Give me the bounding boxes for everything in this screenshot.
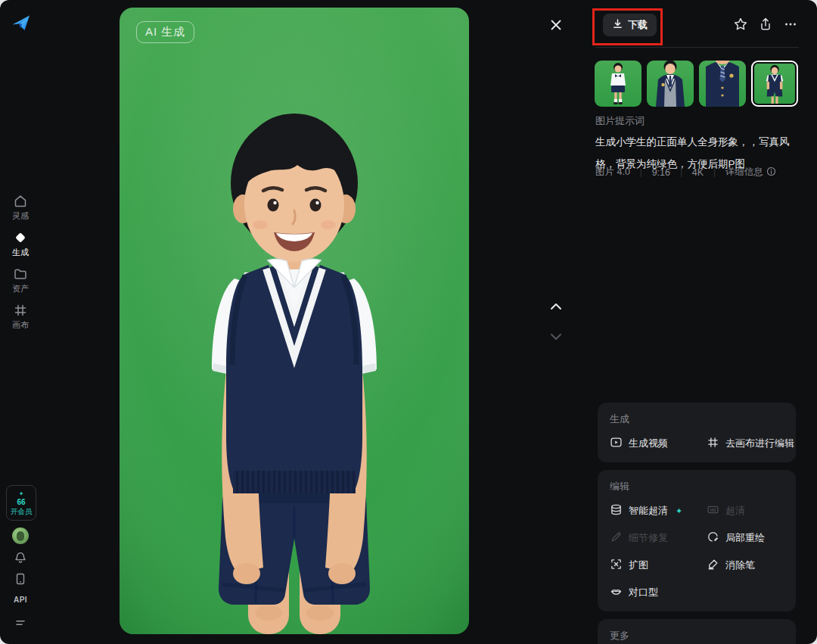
smart-upscale-button[interactable]: 智能超清 ✦	[610, 503, 701, 518]
prompt-label: 图片提示词	[595, 114, 645, 128]
inpaint-button[interactable]: 局部重绘	[707, 530, 784, 546]
video-icon	[610, 436, 623, 451]
more-options-icon[interactable]	[783, 17, 798, 32]
detail-fix-button[interactable]: 细节修复	[610, 530, 701, 546]
generate-icon	[13, 230, 28, 245]
info-icon	[766, 166, 776, 179]
credits-count: 66	[17, 498, 25, 506]
action-cards: 生成 生成视频 去画布进行编辑	[598, 403, 796, 644]
meta-row: 图片 4.0 ｜ 9:16 ｜ 4K ｜ 详细信息	[595, 166, 776, 179]
detail-fix-icon	[610, 530, 623, 546]
model-version: 图片 4.0	[595, 166, 630, 179]
thumbnail-3[interactable]	[699, 61, 746, 107]
generated-image[interactable]: AI 生成	[120, 8, 469, 634]
toolbar-icons	[733, 17, 798, 32]
user-avatar[interactable]	[12, 527, 29, 544]
thumbnail-2[interactable]	[647, 61, 694, 107]
svg-text:HD: HD	[710, 508, 716, 512]
canvas-icon	[13, 303, 28, 318]
sparkle-icon: ✦	[19, 491, 24, 497]
eraser-pen-icon	[707, 558, 719, 573]
hd-icon: HD	[707, 503, 719, 518]
membership-label: 开会员	[11, 507, 33, 515]
app-logo-icon[interactable]	[11, 12, 32, 33]
more-card: 更多 重新编辑 再次生成	[598, 619, 796, 644]
generate-video-button[interactable]: 生成视频	[610, 436, 701, 451]
lipsync-button[interactable]: 对口型	[610, 585, 701, 600]
favorite-star-icon[interactable]	[733, 17, 748, 32]
detail-panel: 下载	[595, 0, 799, 644]
hd-upscale-button[interactable]: HD 超清	[707, 503, 784, 518]
sidebar-item-inspiration[interactable]: 灵感	[0, 194, 41, 220]
divider	[595, 47, 799, 48]
mobile-app-icon[interactable]	[14, 572, 27, 586]
notifications-bell-icon[interactable]	[14, 551, 27, 565]
sidebar-item-label: 生成	[12, 247, 29, 257]
api-link[interactable]: API	[0, 596, 41, 604]
sparkle-icon: ✦	[676, 506, 682, 516]
sidebar-item-label: 灵感	[12, 211, 29, 220]
card-title: 更多	[610, 629, 784, 642]
close-icon[interactable]	[548, 17, 564, 33]
generate-card: 生成 生成视频 去画布进行编辑	[598, 403, 796, 462]
lipsync-icon	[610, 585, 623, 600]
card-title: 编辑	[610, 480, 784, 493]
inpaint-icon	[707, 530, 719, 546]
outpaint-icon	[610, 558, 623, 573]
chevron-up-icon[interactable]	[548, 298, 564, 315]
sidebar-item-generate[interactable]: 生成	[0, 230, 41, 257]
details-info-link[interactable]: 详细信息	[725, 166, 776, 179]
menu-icon[interactable]	[14, 616, 27, 630]
sidebar-item-canvas[interactable]: 画布	[0, 303, 41, 329]
sidebar-item-assets[interactable]: 资产	[0, 266, 41, 293]
thumbnail-strip	[595, 61, 799, 107]
edit-on-canvas-button[interactable]: 去画布进行编辑	[707, 436, 794, 451]
edit-card: 编辑 智能超清 ✦ HD 超清	[598, 470, 796, 611]
sidebar-nav: 灵感 生成 资产 画布	[0, 194, 41, 329]
canvas-edit-icon	[707, 436, 719, 451]
smart-upscale-icon	[610, 503, 623, 518]
thumbnail-4-selected[interactable]	[751, 61, 798, 107]
sidebar-item-label: 画布	[12, 320, 29, 329]
sidebar: 灵感 生成 资产 画布 ✦ 66	[0, 0, 41, 644]
outpaint-button[interactable]: 扩图	[610, 558, 701, 573]
card-title: 生成	[610, 412, 784, 426]
boy-illustration	[120, 8, 469, 634]
aspect-ratio: 9:16	[652, 167, 670, 178]
membership-box[interactable]: ✦ 66 开会员	[6, 485, 36, 521]
share-icon[interactable]	[758, 17, 773, 32]
sidebar-item-label: 资产	[12, 284, 29, 293]
app-window: 灵感 生成 资产 画布 ✦ 66	[0, 0, 817, 644]
home-icon	[13, 194, 28, 209]
thumbnail-1[interactable]	[595, 61, 641, 107]
ai-generated-badge: AI 生成	[136, 21, 194, 43]
resolution: 4K	[692, 167, 704, 178]
annotation-highlight-box	[592, 8, 663, 45]
eraser-pen-button[interactable]: 消除笔	[707, 558, 784, 573]
assets-icon	[13, 266, 28, 282]
chevron-down-icon[interactable]	[548, 328, 564, 345]
